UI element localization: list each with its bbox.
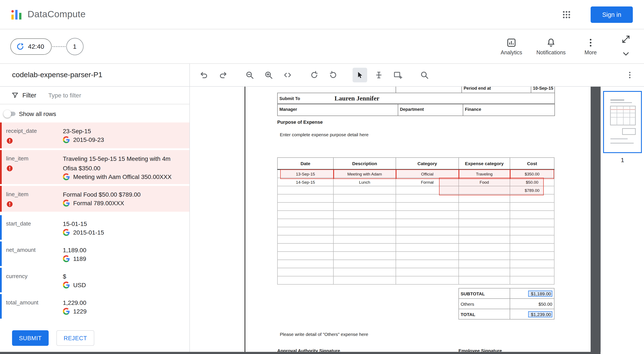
field-row-currency[interactable]: currency $ USD xyxy=(0,268,190,292)
field-normalized-value: 1189 xyxy=(73,255,86,262)
col-header-expense-category: Expense category xyxy=(459,157,510,169)
field-normalized-value: Formal 789.00XXX xyxy=(73,200,124,207)
add-bounding-box-icon[interactable] xyxy=(390,68,405,82)
notifications-button[interactable]: Notifications xyxy=(531,37,571,55)
department-value: Finance xyxy=(463,104,554,116)
field-normalized-value: Meeting with Aam Offical 350.00XXX xyxy=(73,173,172,180)
more-button[interactable]: More xyxy=(571,37,610,55)
notifications-label: Notifications xyxy=(536,49,566,55)
apps-grid-icon[interactable] xyxy=(558,6,575,23)
table-row: 14-Sep-15Lunch FormalFood $50.00 xyxy=(278,178,554,186)
fields-panel: Filter Show all rows receipt_date xyxy=(0,87,190,352)
field-value: 1,189.00 xyxy=(63,245,185,255)
timer-value: 42:40 xyxy=(28,43,44,50)
field-value: Formal Food $50.00 $789.00 xyxy=(63,190,185,199)
google-g-icon xyxy=(63,136,70,143)
annotation-box-blue: $1,239.00 xyxy=(528,311,552,317)
analytics-button[interactable]: Analytics xyxy=(492,37,531,55)
table-row: $789.00 xyxy=(278,186,554,194)
google-g-icon xyxy=(63,229,70,236)
analytics-label: Analytics xyxy=(501,49,522,55)
field-value: 15-01-15 xyxy=(63,219,185,229)
field-row-line-item-1[interactable]: line_item Traveling 15-5ep-15 15 Meeting… xyxy=(0,150,190,184)
manager-row: Manager Department Finance xyxy=(277,103,555,116)
filter-icon xyxy=(11,91,19,99)
document-viewer[interactable]: Period end at 10-Sep-15 Submit To Lauren… xyxy=(190,87,600,352)
google-g-icon xyxy=(63,173,70,180)
top-header: DataCompute Sign in xyxy=(0,0,644,29)
field-name: receipt_date xyxy=(6,126,63,134)
app-window: DataCompute Sign in 42:40 xyxy=(0,0,644,354)
expense-table: Date Description Category Expense catego… xyxy=(277,157,554,285)
sign-in-button[interactable]: Sign in xyxy=(590,6,633,23)
zoom-in-icon[interactable] xyxy=(261,68,276,82)
expand-icon[interactable] xyxy=(621,34,631,44)
overflow-menu-icon[interactable] xyxy=(622,68,637,82)
brand: DataCompute xyxy=(10,8,86,21)
field-row-net-amount[interactable]: net_amount 1,189.00 1189 xyxy=(0,241,190,266)
filter-input[interactable] xyxy=(47,91,135,99)
field-row-total-amount[interactable]: total_amount 1,229.00 1229 xyxy=(0,294,190,319)
period-label: Period end at xyxy=(462,87,531,93)
approval-signature-label: Approval Authority Signature xyxy=(277,348,340,352)
period-value: 10-Sep-15 xyxy=(531,87,554,93)
bottom-strip xyxy=(0,352,644,354)
field-name: line_item xyxy=(6,190,63,198)
col-header-cost: Cost xyxy=(510,157,554,169)
show-all-rows-label: Show all rows xyxy=(19,110,56,117)
select-tool-icon[interactable] xyxy=(352,68,367,82)
summary-row: SUBTOTAL $1,189.00 xyxy=(459,288,554,299)
code-view-icon[interactable] xyxy=(280,68,295,82)
rotate-left-icon[interactable] xyxy=(307,68,322,82)
brand-name: DataCompute xyxy=(28,9,86,20)
document-bar: codelab-expense-parser-P1 xyxy=(0,64,644,87)
undo-icon[interactable] xyxy=(197,68,211,82)
field-value: 23-Sep-15 xyxy=(63,126,185,136)
field-normalized-value: 2015-01-15 xyxy=(73,229,104,236)
error-icon xyxy=(6,165,13,172)
timer-pill[interactable]: 42:40 xyxy=(10,38,52,55)
filter-label: Filter xyxy=(22,92,36,99)
scan-edge-line xyxy=(244,87,245,352)
more-vert-icon xyxy=(586,37,596,48)
collapse-chevron-icon[interactable] xyxy=(621,49,631,58)
search-icon[interactable] xyxy=(417,68,432,82)
zoom-out-icon[interactable] xyxy=(242,68,257,82)
field-row-receipt-date[interactable]: receipt_date 23-Sep-15 2015-09-23 xyxy=(0,122,190,148)
google-g-icon xyxy=(63,282,70,288)
bell-icon xyxy=(546,37,556,48)
rotate-right-icon[interactable] xyxy=(326,68,340,82)
employee-signature-label: Employee Signature xyxy=(458,348,502,352)
summary-table: SUBTOTAL $1,189.00 Others $50.00 TOTAL $… xyxy=(458,288,554,319)
department-label: Department xyxy=(398,104,463,116)
field-normalized-value: USD xyxy=(73,282,86,288)
analytics-icon xyxy=(506,37,516,48)
history-icon xyxy=(16,42,24,51)
field-name: line_item xyxy=(6,154,63,162)
show-all-rows-toggle[interactable] xyxy=(4,111,16,117)
page-thumbnail[interactable] xyxy=(603,91,642,153)
others-hint: Please write detail of "Others" expense … xyxy=(280,331,368,337)
submit-button[interactable]: SUBMIT xyxy=(12,330,49,346)
field-value: $ xyxy=(63,272,185,281)
col-header-category: Category xyxy=(396,157,459,169)
field-row-start-date[interactable]: start_date 15-01-15 2015-01-15 xyxy=(0,215,190,240)
text-select-tool-icon[interactable] xyxy=(372,68,386,82)
google-g-icon xyxy=(63,255,70,262)
more-label: More xyxy=(584,49,597,55)
document-title: codelab-expense-parser-P1 xyxy=(0,71,190,79)
redo-icon[interactable] xyxy=(216,68,230,82)
field-name: currency xyxy=(6,272,63,279)
google-g-icon xyxy=(63,308,70,315)
field-row-line-item-2[interactable]: line_item Formal Food $50.00 $789.00 For… xyxy=(0,186,190,212)
error-icon xyxy=(6,137,13,144)
google-g-icon xyxy=(63,200,70,207)
error-icon xyxy=(6,201,13,208)
reject-button[interactable]: REJECT xyxy=(56,330,94,346)
step-indicator[interactable]: 1 xyxy=(66,38,83,55)
annotation-box-blue: $1,189.00 xyxy=(528,290,552,296)
field-name: total_amount xyxy=(6,298,63,306)
col-header-date: Date xyxy=(278,157,334,169)
task-bar: 42:40 1 Analytics xyxy=(0,29,644,64)
document-page: Period end at 10-Sep-15 Submit To Lauren… xyxy=(190,87,590,352)
